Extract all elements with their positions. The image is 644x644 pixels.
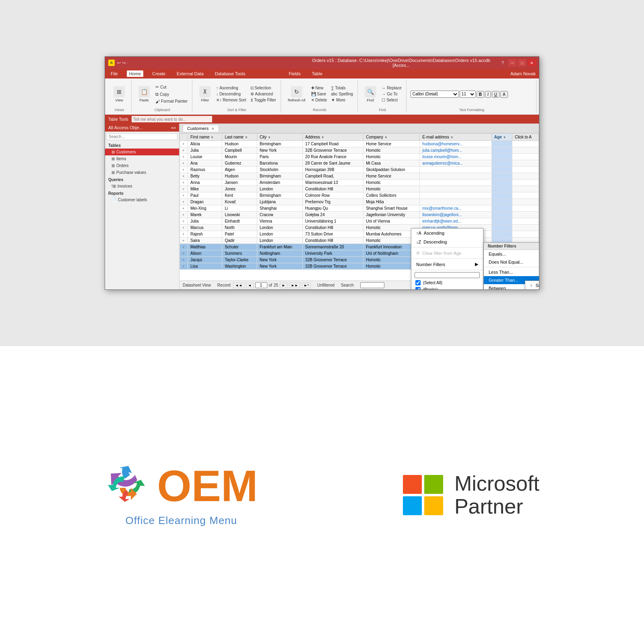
close-button[interactable]: ✕ [528, 59, 536, 66]
view-button[interactable]: ⊞ View [111, 84, 128, 104]
menu-table[interactable]: Table [310, 70, 325, 77]
bold-button[interactable]: B [477, 91, 484, 98]
format-painter-button[interactable]: 🖌 Format Painter [154, 99, 189, 104]
clear-filter-item[interactable]: ⊘ Clear filter from Age [411, 248, 483, 258]
row-expand-btn[interactable]: + [182, 142, 184, 146]
italic-button[interactable]: I [485, 91, 491, 98]
row-expand-btn[interactable]: + [182, 206, 184, 211]
row-expand-btn[interactable]: + [182, 264, 184, 268]
select-all-checkbox[interactable] [415, 280, 421, 285]
col-company-header[interactable]: Company ▼ [363, 134, 420, 141]
nav-purchase-values[interactable]: ⊞ Purchase values [105, 169, 179, 176]
filter-button[interactable]: ⊼ Filter [196, 84, 213, 104]
row-expand-btn[interactable]: + [182, 213, 184, 217]
nav-customers[interactable]: ⊞ Customers [105, 149, 179, 155]
blanks-checkbox-row[interactable]: (Blanks) [411, 286, 483, 289]
row-expand-btn[interactable]: + [182, 200, 184, 204]
row-expand-btn[interactable]: + [182, 258, 184, 262]
select-button[interactable]: ☐ Select [380, 97, 403, 103]
prev-record-btn[interactable]: ◄ [246, 283, 254, 288]
search-input[interactable] [360, 282, 384, 288]
row-expand-btn[interactable]: + [182, 155, 184, 159]
row-expand-btn[interactable]: + [182, 181, 184, 185]
row-expand-btn[interactable]: + [182, 149, 184, 153]
col-lastname-header[interactable]: Last name ▼ [222, 134, 257, 141]
selection-button[interactable]: ⊡ Selection [249, 85, 277, 91]
customers-tab[interactable]: Customers ✕ [183, 125, 219, 132]
font-selector[interactable]: Calibri (Detail) [411, 91, 459, 98]
spelling-button[interactable]: abc Spelling [330, 91, 354, 97]
new-record-btn[interactable]: ►* [302, 283, 311, 288]
last-record-btn[interactable]: ►► [289, 283, 300, 288]
help-button[interactable]: ? [499, 59, 507, 66]
number-filters-item[interactable]: Number Filters ▶ [411, 260, 483, 269]
row-expand-btn[interactable]: + [182, 239, 184, 243]
restore-button[interactable]: □ [518, 59, 526, 66]
row-expand-btn[interactable]: + [182, 187, 184, 191]
equals-item[interactable]: Equals... [484, 250, 539, 258]
less-than-item[interactable]: Less Than... [484, 268, 539, 276]
ascending-button[interactable]: ↑ Ascending [215, 85, 247, 91]
advanced-button[interactable]: ⚙ Advanced [249, 91, 277, 97]
first-record-btn[interactable]: ◄◄ [233, 283, 244, 288]
new-button[interactable]: ✚ New [310, 85, 328, 91]
blanks-checkbox[interactable] [415, 287, 421, 289]
remove-sort-button[interactable]: ✕↕ Remove Sort [215, 97, 247, 103]
row-expand-btn[interactable]: + [182, 226, 184, 230]
menu-home[interactable]: Home [127, 70, 143, 77]
not-equal-item[interactable]: Does Not Equal... [484, 258, 539, 266]
col-email-header[interactable]: E-mail address ▼ [420, 134, 491, 141]
col-address-header[interactable]: Address ▼ [303, 134, 363, 141]
menu-file[interactable]: File [108, 70, 120, 77]
underline-button[interactable]: U [492, 91, 500, 98]
more-button[interactable]: ▼ More [330, 97, 354, 103]
goto-button[interactable]: → Go To [380, 91, 403, 97]
minimize-button[interactable]: ─ [508, 59, 516, 66]
col-firstname-header[interactable]: First name ▼ [188, 134, 222, 141]
nav-invoices[interactable]: !⊞ Invoices [105, 183, 179, 190]
close-tab-btn[interactable]: ✕ [211, 127, 215, 131]
nav-items[interactable]: ⊞ Items [105, 155, 179, 162]
current-record-input[interactable] [255, 282, 267, 288]
col-clickto-header[interactable]: Click to A [512, 134, 539, 141]
row-expand-btn[interactable]: + [182, 168, 184, 172]
menu-external-data[interactable]: External Data [174, 70, 206, 77]
delete-button[interactable]: ✕ Delete [310, 97, 328, 103]
row-expand-btn[interactable]: + [182, 174, 184, 178]
nav-collapse-btn[interactable]: «» [171, 125, 176, 130]
copy-button[interactable]: ⧉ Copy [154, 91, 189, 97]
select-all-checkbox-row[interactable]: (Select All) [411, 279, 483, 286]
cut-button[interactable]: ✂ Cut [154, 84, 189, 90]
replace-button[interactable]: ↔ Replace [380, 85, 403, 91]
col-age-header[interactable]: Age ▼ [491, 134, 512, 141]
menu-database-tools[interactable]: Database Tools [213, 70, 248, 77]
find-button[interactable]: 🔍 Find [362, 84, 379, 104]
tell-me-input[interactable] [132, 116, 212, 122]
paste-button[interactable]: 📋 Paste [136, 84, 153, 104]
size-selector[interactable]: 11 [460, 91, 476, 98]
row-expand-btn[interactable]: + [182, 219, 184, 223]
save-button[interactable]: 💾 Save [310, 91, 328, 97]
toggle-filter-button[interactable]: ⊻ Toggle Filter [249, 97, 277, 103]
table-cell: Julia [188, 218, 222, 225]
nav-search[interactable] [107, 133, 178, 140]
refresh-all-button[interactable]: ↻ Refresh All [285, 84, 308, 104]
row-expand-btn[interactable]: + [182, 194, 184, 198]
descending-button[interactable]: ↓ Descending [215, 91, 247, 97]
nav-orders[interactable]: ⊞ Orders [105, 162, 179, 169]
row-expand-btn[interactable]: + [182, 161, 184, 165]
nav-customer-labels[interactable]: 📄 Customer labels [105, 196, 179, 203]
row-expand-btn[interactable]: + [182, 245, 184, 249]
totals-button[interactable]: ∑ Totals [330, 85, 354, 91]
sort-asc-item[interactable]: ↑A Ascending [411, 229, 483, 237]
menu-fields[interactable]: Fields [286, 70, 303, 77]
row-expand-btn[interactable]: + [182, 252, 184, 256]
filter-search-input[interactable] [415, 272, 480, 278]
menu-create[interactable]: Create [150, 70, 168, 77]
highlight-button[interactable]: A [500, 91, 508, 98]
row-expand-btn[interactable]: + [182, 232, 184, 236]
sort-smallest-item[interactable]: ↑ Sort Smallest to Largest [525, 281, 539, 289]
next-record-btn[interactable]: ► [280, 283, 287, 288]
sort-desc-item[interactable]: ↓Z Descending [411, 237, 483, 246]
col-city-header[interactable]: City ▼ [257, 134, 302, 141]
